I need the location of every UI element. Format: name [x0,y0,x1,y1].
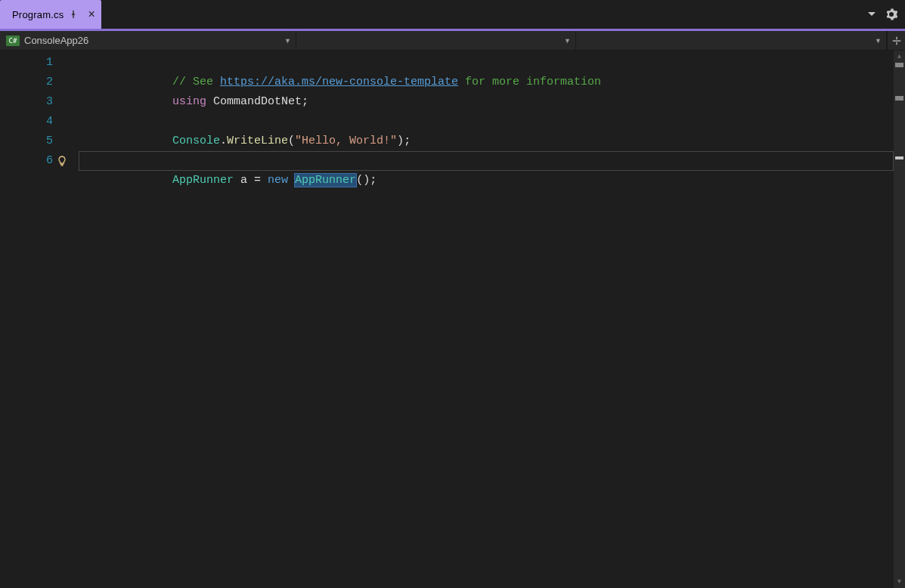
scroll-marker [895,63,903,67]
punct-rparen: ) [397,135,404,147]
scroll-caret-marker [895,156,903,159]
keyword-using: using [172,95,206,108]
punct-semi: ; [302,95,308,108]
line-number: 3 [0,92,53,112]
string-literal: "Hello, World!" [295,135,397,147]
scroll-marker [895,96,903,101]
scope-project-dropdown[interactable]: C# ConsoleApp26 ▼ [0,31,296,50]
lightbulb-icon[interactable] [56,155,68,167]
method-writeline: WriteLine [227,135,288,147]
line-number: 6 [0,151,53,171]
chevron-down-icon[interactable] [866,8,878,20]
identifier-a: a [240,174,247,187]
type-console: Console [172,135,220,147]
split-editor-icon[interactable] [887,31,905,50]
scope-project-label: ConsoleApp26 [24,35,88,46]
document-tab-program-cs[interactable]: Program.cs × [0,0,101,29]
chevron-down-icon: ▼ [875,37,882,45]
scroll-down-icon[interactable]: ▼ [894,576,905,588]
line-number: 1 [0,53,53,73]
scope-type-dropdown[interactable]: ▼ [296,31,576,50]
chevron-down-icon: ▼ [564,37,571,45]
navigation-bar: C# ConsoleApp26 ▼ ▼ ▼ [0,31,905,51]
scope-member-dropdown[interactable]: ▼ [576,31,887,50]
gear-icon[interactable] [885,8,897,20]
csharp-icon: C# [6,36,20,46]
glyph-margin [53,51,79,588]
code-content[interactable]: // See https://aka.ms/new-console-templa… [79,51,905,588]
punct-semi: ; [404,135,411,147]
ctor-call: (); [356,174,377,187]
namespace: CommandDotNet [206,95,302,108]
type-approunner-selected: AppRunner [295,174,356,187]
close-icon[interactable]: × [88,8,95,20]
url-link[interactable]: https://aka.ms/new-console-template [220,76,458,88]
line-number: 2 [0,73,53,92]
space [234,174,240,187]
comment-text: // See [172,76,220,88]
line-number: 4 [0,112,53,132]
chevron-down-icon: ▼ [284,37,291,45]
punct-dot: . [220,135,227,147]
line-number: 5 [0,132,53,151]
scroll-up-icon[interactable]: ▲ [894,51,905,63]
keyword-new: new [268,174,288,187]
document-tab-label: Program.cs [12,9,64,20]
pin-icon[interactable] [68,9,79,20]
type-approunner: AppRunner [172,174,234,187]
code-editor[interactable]: { } 1 2 3 4 5 6 // Se [0,51,905,588]
comment-text: for more information [458,76,601,88]
punct-lparen: ( [288,135,295,147]
assign: = [247,174,268,187]
line-number-gutter: 1 2 3 4 5 6 [0,51,53,588]
vertical-scrollbar[interactable]: ▲ ▼ [894,51,905,588]
space [288,174,295,187]
